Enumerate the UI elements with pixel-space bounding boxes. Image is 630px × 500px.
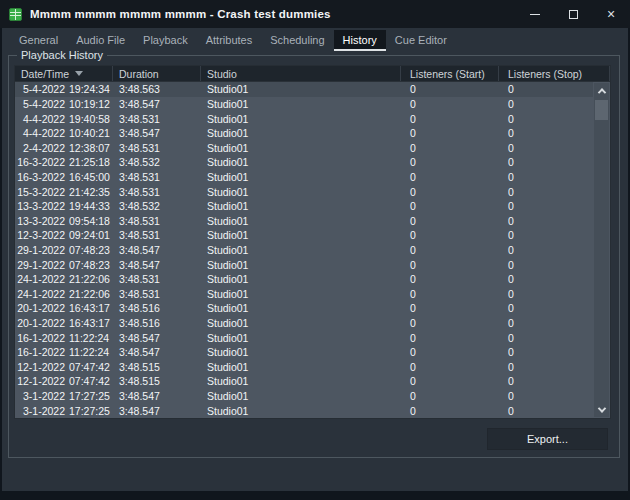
cell-listeners-start: 0 [401, 142, 499, 154]
maximize-button[interactable] [554, 0, 592, 28]
column-header-studio[interactable]: Studio [201, 66, 401, 81]
scrollbar-thumb[interactable] [595, 100, 608, 120]
tab-scheduling[interactable]: Scheduling [261, 30, 333, 51]
cell-listeners-stop: 0 [499, 127, 593, 139]
column-label: Studio [207, 68, 237, 80]
cell-duration: 3:48.531 [113, 171, 201, 183]
cell-listeners-stop: 0 [499, 229, 593, 241]
cell-listeners-stop: 0 [499, 142, 593, 154]
table-row[interactable]: 12-3-202209:24:01 3:48.531 Studio01 0 0 [15, 228, 593, 243]
cell-studio: Studio01 [201, 332, 401, 344]
cell-listeners-start: 0 [401, 113, 499, 125]
close-button[interactable]: × [592, 0, 630, 28]
table-row[interactable]: 16-3-202216:45:00 3:48.531 Studio01 0 0 [15, 170, 593, 185]
cell-listeners-start: 0 [401, 332, 499, 344]
cell-listeners-stop: 0 [499, 186, 593, 198]
cell-listeners-stop: 0 [499, 113, 593, 125]
window-title: Mmmm mmmm mmmm mmmm - Crash test dummies [30, 8, 331, 20]
cell-listeners-start: 0 [401, 244, 499, 256]
tab-audio-file[interactable]: Audio File [67, 30, 134, 51]
table-row[interactable]: 16-1-202211:22:24 3:48.547 Studio01 0 0 [15, 345, 593, 360]
cell-listeners-start: 0 [401, 405, 499, 417]
table-row[interactable]: 3-1-202217:27:25 3:48.547 Studio01 0 0 [15, 403, 593, 418]
table-row[interactable]: 12-1-202207:47:42 3:48.515 Studio01 0 0 [15, 374, 593, 389]
cell-duration: 3:48.515 [113, 361, 201, 373]
table-row[interactable]: 5-4-202219:24:34 3:48.563 Studio01 0 0 [15, 82, 593, 97]
cell-listeners-start: 0 [401, 273, 499, 285]
table-row[interactable]: 29-1-202207:48:23 3:48.547 Studio01 0 0 [15, 243, 593, 258]
table-row[interactable]: 24-1-202221:22:06 3:48.531 Studio01 0 0 [15, 272, 593, 287]
sort-desc-icon [75, 71, 83, 76]
tab-cue-editor[interactable]: Cue Editor [386, 30, 456, 51]
table-row[interactable]: 3-1-202217:27:25 3:48.547 Studio01 0 0 [15, 389, 593, 404]
cell-datetime: 4-4-202210:40:21 [15, 127, 113, 139]
table-row[interactable]: 20-1-202216:43:17 3:48.516 Studio01 0 0 [15, 316, 593, 331]
cell-datetime: 4-4-202219:40:58 [15, 113, 113, 125]
scroll-down-button[interactable] [594, 402, 609, 417]
cell-datetime: 16-3-202216:45:00 [15, 171, 113, 183]
vertical-scrollbar[interactable] [594, 83, 609, 417]
cell-listeners-stop: 0 [499, 83, 593, 95]
cell-studio: Studio01 [201, 375, 401, 387]
table-row[interactable]: 2-4-202212:38:07 3:48.531 Studio01 0 0 [15, 140, 593, 155]
cell-listeners-start: 0 [401, 171, 499, 183]
tab-attributes[interactable]: Attributes [197, 30, 261, 51]
column-header-listeners-start[interactable]: Listeners (Start) [401, 66, 499, 81]
cell-studio: Studio01 [201, 171, 401, 183]
column-header-listeners-stop[interactable]: Listeners (Stop) [499, 66, 610, 81]
cell-studio: Studio01 [201, 302, 401, 314]
tab-history[interactable]: History [334, 30, 386, 51]
cell-listeners-start: 0 [401, 390, 499, 402]
cell-studio: Studio01 [201, 83, 401, 95]
table-row[interactable]: 12-1-202207:47:42 3:48.515 Studio01 0 0 [15, 360, 593, 375]
table-row[interactable]: 16-3-202221:25:18 3:48.532 Studio01 0 0 [15, 155, 593, 170]
cell-datetime: 24-1-202221:22:06 [15, 288, 113, 300]
table-row[interactable]: 4-4-202219:40:58 3:48.531 Studio01 0 0 [15, 111, 593, 126]
cell-datetime: 12-1-202207:47:42 [15, 375, 113, 387]
cell-listeners-start: 0 [401, 156, 499, 168]
export-history-button[interactable]: Export... [487, 428, 608, 450]
cell-listeners-stop: 0 [499, 332, 593, 344]
cell-duration: 3:48.547 [113, 98, 201, 110]
minimize-button[interactable] [516, 0, 554, 28]
column-header-duration[interactable]: Duration [113, 66, 201, 81]
cell-datetime: 20-1-202216:43:17 [15, 302, 113, 314]
cell-datetime: 12-3-202209:24:01 [15, 229, 113, 241]
tab-general[interactable]: General [10, 30, 67, 51]
playback-history-group: Playback History Date/TimeDurationStudio… [8, 55, 620, 458]
table-row[interactable]: 13-3-202219:44:33 3:48.532 Studio01 0 0 [15, 199, 593, 214]
scroll-up-button[interactable] [594, 83, 609, 98]
cell-listeners-stop: 0 [499, 200, 593, 212]
cell-listeners-stop: 0 [499, 244, 593, 256]
cell-listeners-start: 0 [401, 200, 499, 212]
cell-listeners-stop: 0 [499, 405, 593, 417]
column-label: Duration [119, 68, 159, 80]
maximize-icon [569, 10, 578, 19]
table-row[interactable]: 24-1-202221:22:06 3:48.531 Studio01 0 0 [15, 287, 593, 302]
table-row[interactable]: 15-3-202221:42:35 3:48.531 Studio01 0 0 [15, 184, 593, 199]
cell-duration: 3:48.516 [113, 317, 201, 329]
cell-studio: Studio01 [201, 405, 401, 417]
table-row[interactable]: 16-1-202211:22:24 3:48.547 Studio01 0 0 [15, 330, 593, 345]
cell-datetime: 16-3-202221:25:18 [15, 156, 113, 168]
cell-duration: 3:48.531 [113, 288, 201, 300]
cell-duration: 3:48.547 [113, 346, 201, 358]
cell-listeners-start: 0 [401, 361, 499, 373]
table-row[interactable]: 4-4-202210:40:21 3:48.547 Studio01 0 0 [15, 126, 593, 141]
table-header: Date/TimeDurationStudioListeners (Start)… [15, 66, 610, 82]
table-row[interactable]: 29-1-202207:48:23 3:48.547 Studio01 0 0 [15, 257, 593, 272]
cell-datetime: 12-1-202207:47:42 [15, 361, 113, 373]
cell-duration: 3:48.547 [113, 332, 201, 344]
table-row[interactable]: 5-4-202210:19:12 3:48.547 Studio01 0 0 [15, 97, 593, 112]
table-row[interactable]: 20-1-202216:43:17 3:48.516 Studio01 0 0 [15, 301, 593, 316]
playback-history-table: Date/TimeDurationStudioListeners (Start)… [14, 65, 611, 419]
column-header-date-time[interactable]: Date/Time [15, 66, 113, 81]
tab-playback[interactable]: Playback [134, 30, 197, 51]
group-label: Playback History [17, 49, 107, 61]
cell-datetime: 16-1-202211:22:24 [15, 346, 113, 358]
cell-studio: Studio01 [201, 113, 401, 125]
cell-studio: Studio01 [201, 229, 401, 241]
table-row[interactable]: 13-3-202209:54:18 3:48.531 Studio01 0 0 [15, 213, 593, 228]
cell-listeners-stop: 0 [499, 98, 593, 110]
cell-duration: 3:48.547 [113, 390, 201, 402]
